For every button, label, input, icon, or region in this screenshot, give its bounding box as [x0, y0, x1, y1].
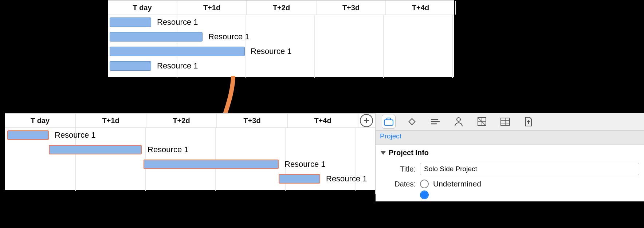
zoom-in-button[interactable]	[360, 114, 373, 127]
title-field[interactable]	[420, 163, 639, 175]
svg-rect-3	[409, 119, 415, 125]
svg-rect-2	[384, 120, 393, 125]
gantt-row: Resource 1	[5, 128, 375, 143]
task-bar[interactable]	[110, 32, 203, 42]
disclosure-triangle-icon	[381, 151, 386, 155]
section-header[interactable]: Project Info	[376, 145, 644, 161]
dates-radio-undetermined[interactable]	[420, 180, 429, 188]
tab-milestone[interactable]	[405, 115, 419, 128]
timeline-column: T+4d	[288, 114, 358, 127]
tab-attachments[interactable]	[522, 115, 535, 128]
timeline-column: T+4d	[386, 1, 456, 15]
task-label: Resource 1	[251, 47, 292, 56]
gantt-row: Resource 1	[5, 172, 375, 186]
timeline-column: T+3d	[317, 1, 386, 15]
gantt-before: T dayT+1dT+2dT+3dT+4d Resource 1Resource…	[108, 0, 454, 77]
timeline-column: T day	[108, 1, 177, 15]
task-bar[interactable]	[110, 47, 245, 56]
task-bar[interactable]	[144, 160, 279, 169]
timeline-column: T+1d	[177, 1, 247, 15]
tab-resource[interactable]	[452, 115, 465, 128]
task-bar[interactable]	[110, 17, 151, 27]
task-label: Resource 1	[157, 61, 198, 71]
person-icon	[454, 117, 463, 127]
task-label: Resource 1	[326, 174, 367, 184]
inspector-panel: Project Project Info Title: Dates: Undet…	[375, 113, 644, 194]
title-label: Title:	[381, 165, 416, 173]
inspector-tabs	[376, 113, 644, 131]
section-title-text: Project Info	[389, 149, 429, 157]
timeline-column: T+3d	[217, 114, 288, 127]
task-label: Resource 1	[208, 32, 250, 42]
dates-radio-specific[interactable]	[420, 190, 429, 199]
dates-label: Dates:	[381, 180, 416, 188]
table-icon	[500, 117, 511, 126]
gantt-row: Resource 1	[108, 59, 454, 74]
gantt-row: Resource 1	[5, 143, 375, 157]
task-bar[interactable]	[110, 61, 151, 71]
task-label: Resource 1	[157, 17, 198, 27]
gantt-row: Resource 1	[5, 157, 375, 172]
gantt-row: Resource 1	[108, 30, 454, 44]
gantt-row: Resource 1	[108, 15, 454, 30]
task-label: Resource 1	[148, 145, 189, 154]
gantt-row: Resource 1	[108, 44, 454, 59]
task-bar[interactable]	[7, 130, 49, 140]
tab-styles[interactable]	[475, 115, 488, 128]
styles-icon	[477, 117, 487, 127]
gantt-body: Resource 1Resource 1Resource 1Resource 1	[5, 128, 375, 191]
briefcase-icon	[383, 117, 394, 126]
gantt-body: Resource 1Resource 1Resource 1Resource 1	[108, 15, 454, 78]
inspector-tab-label: Project	[376, 131, 644, 145]
timeline-header: T dayT+1dT+2dT+3dT+4d	[108, 0, 454, 15]
diamond-icon	[407, 117, 417, 127]
timeline-column: T+2d	[146, 114, 217, 127]
timeline-column: T day	[5, 114, 76, 127]
gantt-after: T dayT+1dT+2dT+3dT+4d Resource 1Resource…	[5, 113, 375, 190]
task-label: Resource 1	[284, 160, 326, 169]
task-bar[interactable]	[49, 145, 142, 154]
tab-project[interactable]	[382, 115, 395, 128]
document-share-icon	[524, 116, 533, 127]
milestone-lines-icon	[430, 117, 441, 126]
inspector-section: Project Info Title: Dates: Undetermined	[376, 145, 644, 201]
task-bar[interactable]	[279, 174, 320, 184]
tab-task[interactable]	[429, 115, 442, 128]
dates-option-undetermined: Undetermined	[433, 180, 481, 188]
svg-point-4	[457, 118, 460, 121]
timeline-column: T+2d	[247, 1, 317, 15]
tab-custom-data[interactable]	[499, 115, 512, 128]
timeline-column: T+1d	[76, 114, 146, 127]
timeline-header: T dayT+1dT+2dT+3dT+4d	[5, 113, 375, 128]
task-label: Resource 1	[55, 130, 96, 140]
